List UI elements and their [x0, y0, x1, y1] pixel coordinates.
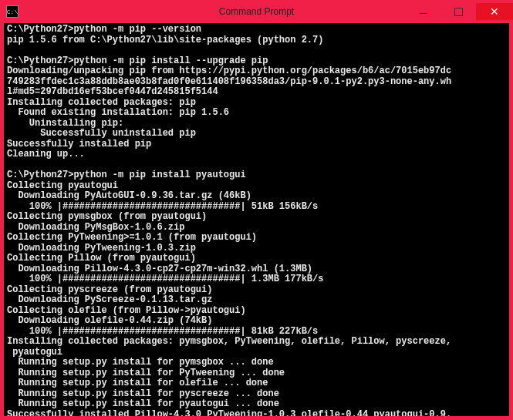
cmd-icon: C:\: [6, 5, 19, 18]
titlebar[interactable]: C:\ Command Prompt ✕: [0, 0, 513, 23]
window-title: Command Prompt: [219, 6, 294, 17]
close-button[interactable]: ✕: [476, 3, 513, 20]
terminal-output[interactable]: C:\Python27>python -m pip --version pip …: [4, 23, 509, 416]
minimize-button[interactable]: [405, 3, 440, 20]
terminal-text: C:\Python27>python -m pip --version pip …: [7, 24, 451, 416]
window-controls: ✕: [405, 3, 513, 20]
maximize-button[interactable]: [440, 3, 476, 20]
command-prompt-window: C:\ Command Prompt ✕ C:\Python27>python …: [0, 0, 513, 420]
